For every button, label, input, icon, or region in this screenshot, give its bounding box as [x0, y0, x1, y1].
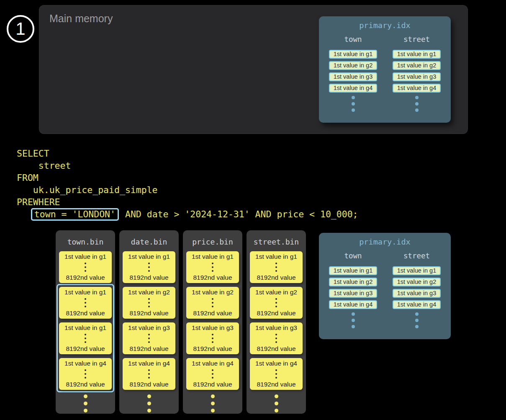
ellipsis-dot-icon	[415, 96, 419, 99]
granule-first-value: 1st value in g1	[64, 289, 106, 296]
index-entry-chip: 1st value in g1	[393, 266, 441, 275]
granule-ellipsis	[85, 298, 86, 307]
ellipsis-dot-icon	[212, 338, 213, 339]
ellipsis-dot-icon	[275, 409, 278, 412]
index-entry-chip: 1st value in g4	[329, 84, 377, 93]
ellipsis-dot-icon	[352, 325, 355, 328]
column-file-box: date.bin1st value in g18192nd value1st v…	[119, 230, 179, 414]
column-file-header: date.bin	[119, 237, 179, 246]
granule-block: 1st value in g48192nd value	[250, 358, 303, 390]
ellipsis-dot-icon	[212, 266, 213, 268]
primary-idx-title: primary.idx	[319, 237, 451, 246]
granule-block: 1st value in g18192nd value	[59, 322, 112, 354]
primary-idx-columns: town1st value in g11st value in g21st va…	[319, 35, 451, 112]
ellipsis-dot-icon	[211, 409, 215, 412]
granule-last-value: 8192nd value	[257, 345, 295, 353]
index-entry-chip: 1st value in g3	[329, 72, 377, 81]
granule-ellipsis	[275, 369, 277, 379]
granule-last-value: 8192nd value	[193, 274, 232, 281]
granule-first-value: 1st value in g4	[64, 360, 106, 367]
ellipsis-dot-icon	[415, 319, 419, 322]
ellipsis-dot-icon	[352, 312, 355, 316]
step-badge-number: 1	[15, 19, 25, 39]
granule-first-value: 1st value in g1	[128, 253, 170, 260]
index-entry-chip: 1st value in g1	[329, 266, 377, 275]
granule-block: 1st value in g18192nd value	[186, 251, 239, 283]
granule-last-value: 8192nd value	[193, 309, 232, 317]
granule-block: 1st value in g28192nd value	[123, 287, 175, 319]
index-entry-chip: 1st value in g3	[393, 72, 441, 81]
ellipsis-dot-icon	[85, 338, 86, 339]
sql-text: PREWHERE	[17, 196, 60, 208]
sql-text: AND date > '2024-12-31' AND price < 10_0…	[120, 208, 358, 220]
granule-ellipsis	[148, 334, 150, 343]
ellipsis-dot-icon	[275, 298, 277, 300]
ellipsis-dot-icon	[212, 302, 213, 304]
sql-line-prewhere-condition: town = 'LONDON' AND date > '2024-12-31' …	[17, 208, 358, 220]
granule-last-value: 8192nd value	[66, 345, 105, 353]
index-column: town1st value in g11st value in g21st va…	[329, 35, 377, 112]
granule-ellipsis	[275, 334, 277, 343]
ellipsis-dot-icon	[275, 334, 277, 335]
ellipsis-dot-icon	[275, 341, 277, 343]
ellipsis-dot-icon	[212, 377, 213, 379]
sql-line: FROM	[17, 172, 358, 184]
granule-last-value: 8192nd value	[129, 381, 168, 388]
index-ellipsis	[329, 96, 377, 112]
granule-ellipsis	[212, 334, 213, 343]
ellipsis-dot-icon	[212, 306, 213, 307]
granule-last-value: 8192nd value	[66, 381, 105, 388]
granule-ellipsis	[275, 298, 277, 307]
ellipsis-dot-icon	[415, 312, 419, 316]
index-entry-chip: 1st value in g1	[393, 50, 441, 59]
granule-block: 1st value in g28192nd value	[250, 287, 303, 319]
ellipsis-dot-icon	[275, 266, 277, 268]
granule-ellipsis	[148, 298, 150, 307]
index-entry-chip: 1st value in g4	[393, 84, 441, 93]
granule-ellipsis	[85, 369, 86, 379]
sql-text: street	[17, 160, 71, 172]
granule-ellipsis	[212, 263, 213, 272]
ellipsis-dot-icon	[352, 319, 355, 322]
ellipsis-dot-icon	[415, 108, 419, 112]
ellipsis-dot-icon	[85, 373, 86, 375]
ellipsis-dot-icon	[148, 306, 150, 307]
column-file-header: town.bin	[56, 237, 115, 246]
ellipsis-dot-icon	[147, 394, 151, 398]
ellipsis-dot-icon	[211, 394, 215, 398]
index-entry-chip: 1st value in g4	[329, 300, 377, 309]
granule-ellipsis	[212, 298, 213, 307]
granule-last-value: 8192nd value	[193, 345, 232, 353]
granule-last-value: 8192nd value	[66, 309, 105, 317]
granule-ellipsis	[148, 369, 150, 379]
granule-first-value: 1st value in g1	[64, 253, 106, 260]
ellipsis-dot-icon	[212, 341, 213, 343]
ellipsis-dot-icon	[275, 338, 277, 339]
index-entry-chip: 1st value in g2	[393, 61, 441, 70]
ellipsis-dot-icon	[147, 402, 151, 405]
ellipsis-dot-icon	[148, 334, 150, 335]
ellipsis-dot-icon	[275, 263, 277, 264]
granule-block: 1st value in g28192nd value	[186, 287, 239, 319]
sql-text: uk.uk_price_paid_simple	[17, 184, 158, 196]
ellipsis-dot-icon	[275, 306, 277, 307]
ellipsis-dot-icon	[275, 373, 277, 375]
column-ellipsis	[247, 394, 306, 412]
granule-last-value: 8192nd value	[66, 274, 105, 281]
ellipsis-dot-icon	[275, 402, 278, 405]
ellipsis-dot-icon	[85, 377, 86, 379]
column-ellipsis	[56, 394, 115, 412]
ellipsis-dot-icon	[352, 96, 355, 99]
granule-ellipsis	[275, 263, 277, 272]
ellipsis-dot-icon	[85, 334, 86, 335]
granule-block: 1st value in g18192nd value	[59, 287, 112, 319]
prewhere-highlight-box: town = 'LONDON'	[31, 208, 119, 221]
step-badge: 1	[7, 15, 34, 43]
ellipsis-dot-icon	[85, 306, 86, 307]
ellipsis-dot-icon	[275, 302, 277, 304]
granule-first-value: 1st value in g2	[255, 289, 297, 296]
column-file-header: street.bin	[247, 237, 306, 246]
ellipsis-dot-icon	[84, 409, 87, 412]
ellipsis-dot-icon	[212, 263, 213, 264]
granule-ellipsis	[85, 334, 86, 343]
